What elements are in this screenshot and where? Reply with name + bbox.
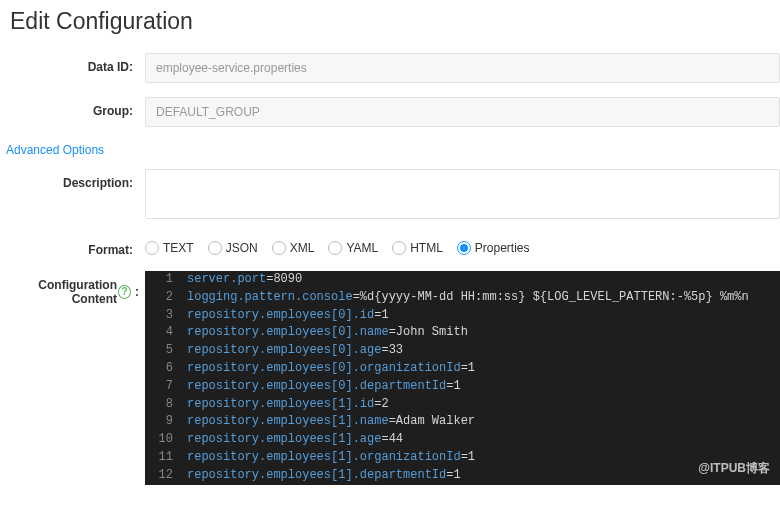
config-content-text: Configuration Content xyxy=(0,278,117,306)
code-line[interactable]: 10repository.employees[1].age=44 xyxy=(145,431,780,449)
config-content-colon: : xyxy=(135,285,139,299)
radio-label: JSON xyxy=(226,241,258,255)
line-number: 11 xyxy=(145,449,187,467)
line-number: 7 xyxy=(145,378,187,396)
help-icon[interactable]: ? xyxy=(118,285,131,299)
page-title: Edit Configuration xyxy=(0,0,780,53)
radio-circle-icon xyxy=(208,241,222,255)
radio-label: XML xyxy=(290,241,315,255)
line-number: 5 xyxy=(145,342,187,360)
row-group: Group: xyxy=(0,97,780,127)
format-radio-yaml[interactable]: YAML xyxy=(328,241,378,255)
description-input[interactable] xyxy=(145,169,780,219)
radio-label: TEXT xyxy=(163,241,194,255)
line-number: 1 xyxy=(145,271,187,289)
code-text: server.port=8090 xyxy=(187,271,780,289)
line-number: 4 xyxy=(145,324,187,342)
code-text: repository.employees[0].name=John Smith xyxy=(187,324,780,342)
radio-label: YAML xyxy=(346,241,378,255)
code-line[interactable]: 9repository.employees[1].name=Adam Walke… xyxy=(145,413,780,431)
format-radio-properties[interactable]: Properties xyxy=(457,241,530,255)
group-input[interactable] xyxy=(145,97,780,127)
code-line[interactable]: 3repository.employees[0].id=1 xyxy=(145,307,780,325)
row-data-id: Data ID: xyxy=(0,53,780,83)
code-text: logging.pattern.console=%d{yyyy-MM-dd HH… xyxy=(187,289,780,307)
row-config-content: Configuration Content ? : 1server.port=8… xyxy=(0,271,780,485)
code-line[interactable]: 6repository.employees[0].organizationId=… xyxy=(145,360,780,378)
code-line[interactable]: 12repository.employees[1].departmentId=1 xyxy=(145,467,780,485)
code-line[interactable]: 8repository.employees[1].id=2 xyxy=(145,396,780,414)
line-number: 8 xyxy=(145,396,187,414)
code-text: repository.employees[1].name=Adam Walker xyxy=(187,413,780,431)
code-line[interactable]: 1server.port=8090 xyxy=(145,271,780,289)
code-line[interactable]: 7repository.employees[0].departmentId=1 xyxy=(145,378,780,396)
code-line[interactable]: 11repository.employees[1].organizationId… xyxy=(145,449,780,467)
row-format: Format: TEXTJSONXMLYAMLHTMLProperties xyxy=(0,236,780,257)
code-line[interactable]: 4repository.employees[0].name=John Smith xyxy=(145,324,780,342)
radio-label: HTML xyxy=(410,241,443,255)
code-text: repository.employees[1].age=44 xyxy=(187,431,780,449)
format-radio-text[interactable]: TEXT xyxy=(145,241,194,255)
code-text: repository.employees[0].id=1 xyxy=(187,307,780,325)
data-id-input[interactable] xyxy=(145,53,780,83)
code-editor[interactable]: 1server.port=80902logging.pattern.consol… xyxy=(145,271,780,485)
line-number: 12 xyxy=(145,467,187,485)
radio-label: Properties xyxy=(475,241,530,255)
row-description: Description: xyxy=(0,169,780,222)
radio-circle-icon xyxy=(328,241,342,255)
line-number: 6 xyxy=(145,360,187,378)
radio-circle-icon xyxy=(145,241,159,255)
line-number: 2 xyxy=(145,289,187,307)
label-format: Format: xyxy=(0,236,145,257)
code-line[interactable]: 2logging.pattern.console=%d{yyyy-MM-dd H… xyxy=(145,289,780,307)
line-number: 3 xyxy=(145,307,187,325)
label-data-id: Data ID: xyxy=(0,53,145,74)
code-text: repository.employees[1].organizationId=1 xyxy=(187,449,780,467)
code-text: repository.employees[0].departmentId=1 xyxy=(187,378,780,396)
code-text: repository.employees[0].organizationId=1 xyxy=(187,360,780,378)
format-radio-html[interactable]: HTML xyxy=(392,241,443,255)
radio-circle-icon xyxy=(272,241,286,255)
format-radio-json[interactable]: JSON xyxy=(208,241,258,255)
code-text: repository.employees[0].age=33 xyxy=(187,342,780,360)
advanced-options-link[interactable]: Advanced Options xyxy=(0,141,114,169)
label-description: Description: xyxy=(0,169,145,190)
code-text: repository.employees[1].departmentId=1 xyxy=(187,467,780,485)
line-number: 10 xyxy=(145,431,187,449)
code-text: repository.employees[1].id=2 xyxy=(187,396,780,414)
label-group: Group: xyxy=(0,97,145,118)
code-line[interactable]: 5repository.employees[0].age=33 xyxy=(145,342,780,360)
line-number: 9 xyxy=(145,413,187,431)
format-radio-group: TEXTJSONXMLYAMLHTMLProperties xyxy=(145,236,780,255)
radio-circle-icon xyxy=(457,241,471,255)
format-radio-xml[interactable]: XML xyxy=(272,241,315,255)
radio-circle-icon xyxy=(392,241,406,255)
label-config-content: Configuration Content ? : xyxy=(0,271,145,306)
